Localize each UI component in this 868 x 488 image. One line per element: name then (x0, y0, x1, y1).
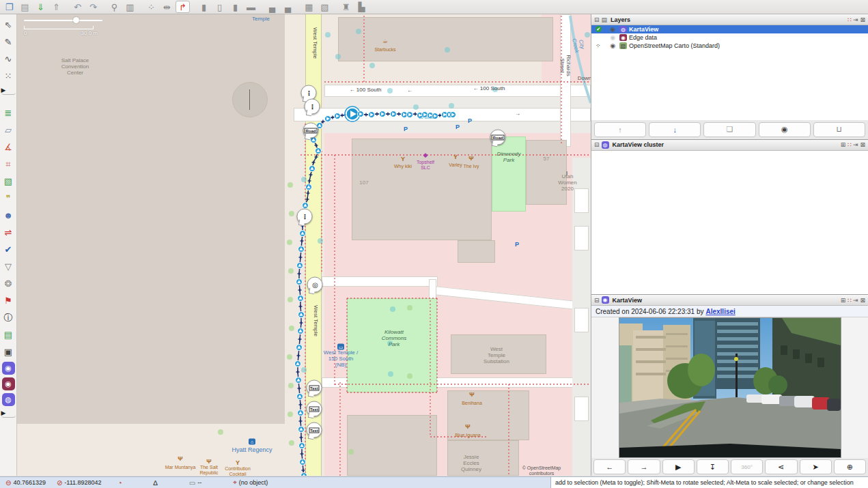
photo-download-button[interactable]: ↧ (697, 459, 729, 474)
draw-way-tool[interactable]: ∿ (1, 52, 16, 66)
kartaview-viewer-toggle[interactable]: ◉ (2, 362, 15, 375)
measurement-toggle[interactable]: ∡ (1, 140, 16, 154)
preferences-button[interactable]: ▥ (123, 1, 137, 13)
download-button[interactable]: ⇓ (33, 1, 48, 13)
changeset-toggle[interactable]: ▤ (1, 328, 16, 342)
improve-accuracy-tool[interactable]: ⁙ (1, 69, 16, 83)
layer-list-toggle[interactable]: ≣ (1, 106, 16, 120)
expand-tools-arrow[interactable]: ▶ (1, 86, 16, 95)
tags-toggle[interactable]: ▱ (1, 123, 16, 137)
search-button[interactable]: ⚲ (107, 1, 122, 13)
layer-row-osm-carto[interactable]: ⁘ ◉ ▧ OpenStreetMap Carto (Standard) (591, 42, 868, 50)
validator-toggle[interactable]: ✔ (1, 242, 16, 257)
preset-building-2[interactable]: ▯ (212, 1, 227, 13)
map-bubble-signal[interactable]: ⋮ (297, 209, 313, 225)
photo-author-link[interactable]: Alexllisei (705, 308, 735, 315)
photo-next-button[interactable]: → (628, 459, 660, 474)
layer-visibility-button[interactable]: ◉ (759, 122, 811, 137)
layer-merge-button[interactable]: ❏ (703, 122, 755, 137)
follow-line-button[interactable]: ↱ (176, 1, 190, 13)
heading-readout: ◔ (113, 477, 128, 488)
select-tool[interactable]: ⇖ (1, 18, 16, 32)
layer-delete-button[interactable]: ⊔ (813, 122, 865, 137)
map-bubble-text[interactable]: Text (307, 401, 322, 417)
styles-toggle[interactable]: ❂ (1, 276, 16, 291)
preset-building-3[interactable]: ▮ (228, 1, 242, 13)
map-label: West Temple (311, 27, 318, 59)
draw-nodes-tool[interactable]: ✎ (1, 35, 16, 49)
stick-icon[interactable]: ∷ (848, 141, 851, 148)
pin-icon[interactable]: ⇥ (853, 16, 858, 23)
layer-row-edge-data[interactable]: ◉ ◉ Edge data (591, 33, 868, 42)
longitude-icon: ⊘ (57, 479, 62, 487)
relations-toggle[interactable]: ⌗ (1, 157, 16, 171)
edge-viewer-toggle[interactable]: ◉ (2, 377, 15, 390)
visibility-eye-icon[interactable]: ◉ (610, 26, 615, 33)
poi-icon: Y (453, 154, 458, 160)
collapse-icon[interactable]: ⊟ (594, 297, 600, 304)
pin-toggle[interactable]: ⚑ (1, 293, 16, 308)
layer-up-button[interactable]: ↑ (594, 122, 646, 137)
photo-web-button[interactable]: ⊕ (834, 459, 866, 474)
combine-way-button[interactable]: ⇹ (160, 1, 174, 13)
map-label: ← 100 South (473, 85, 505, 91)
pin-icon[interactable]: ⇥ (853, 141, 858, 148)
photo-play-button[interactable]: ▶ (662, 459, 695, 474)
info-toggle[interactable]: ⓘ (1, 311, 16, 325)
dock-icon[interactable]: ⊞ (841, 141, 846, 148)
preset-bus[interactable]: ▄ (281, 1, 295, 13)
filter-toggle[interactable]: ▽ (1, 259, 16, 274)
notes-toggle[interactable]: ❞ (1, 191, 16, 205)
open-button[interactable]: ❐ (2, 1, 16, 13)
photo-360-button[interactable]: 360° (731, 459, 763, 474)
expand-more-arrow[interactable]: ▶ (1, 409, 16, 418)
preset-building-5[interactable]: ▦ (302, 1, 316, 13)
upload-button[interactable]: ⇑ (49, 1, 64, 13)
map-paint-toggle[interactable]: ▧ (1, 174, 16, 188)
map-bubble-signal[interactable]: ⋮ (305, 99, 320, 115)
collapse-icon[interactable]: ⊟ (594, 141, 600, 148)
split-way-button[interactable]: ⁘ (144, 1, 158, 13)
close-icon[interactable]: ⊠ (860, 297, 865, 304)
collapse-icon[interactable]: ⊟ (594, 16, 600, 23)
photo-locate-button[interactable]: ➤ (800, 459, 832, 474)
stick-icon[interactable]: ∷ (848, 16, 851, 23)
preset-building-4[interactable]: ▬ (244, 1, 258, 13)
redo-button[interactable]: ↷ (86, 1, 100, 13)
layers-panel-icon: ▤ (602, 16, 608, 23)
preset-building-6[interactable]: ▧ (318, 1, 332, 13)
angle-readout: ∆ (148, 477, 163, 488)
pin-icon[interactable]: ⇥ (853, 297, 858, 304)
photo-previous-button[interactable]: ← (593, 459, 626, 474)
parking-label: P (456, 124, 460, 130)
map-bubble-ring[interactable]: ◎ (307, 277, 323, 293)
map-bubble-text[interactable]: Road (490, 130, 506, 145)
preset-car[interactable]: ▄ (265, 1, 279, 13)
map-canvas[interactable]: 030.0 m Salt Palace Convention CenterWes… (17, 14, 591, 476)
preset-building-1[interactable]: ▮ (197, 1, 211, 13)
imagery-info-toggle[interactable]: ▣ (1, 345, 16, 359)
map-bubble-text[interactable]: Text (307, 380, 322, 396)
dock-icon[interactable]: ⊞ (841, 297, 846, 304)
kartaview-cluster-title: KartaView cluster (613, 141, 839, 148)
layer-row-kartaview[interactable]: ✔ ◉ ◍ KartaView (591, 25, 868, 33)
kartaview-photo[interactable] (619, 317, 841, 458)
conflicts-toggle[interactable]: ⇌ (1, 225, 16, 240)
layer-down-button[interactable]: ↓ (649, 122, 701, 137)
visibility-eye-icon[interactable]: ◉ (610, 42, 615, 49)
close-icon[interactable]: ⊠ (860, 16, 865, 23)
bus-stop-icon: ▭ (337, 344, 344, 350)
map-bubble-text[interactable]: Text (307, 422, 322, 438)
save-button[interactable]: ▤ (18, 1, 32, 13)
photo-share-button[interactable]: ⋖ (765, 459, 797, 474)
map-bubble-text[interactable]: Road (303, 123, 319, 139)
stick-icon[interactable]: ∷ (848, 297, 851, 304)
map-label: 90 South (419, 115, 435, 120)
visibility-eye-icon-hidden[interactable]: ◉ (610, 34, 615, 41)
preset-castle[interactable]: ♜ (339, 1, 353, 13)
close-icon[interactable]: ⊠ (860, 141, 865, 148)
kartaview-layer-toggle[interactable]: ◍ (2, 393, 15, 406)
undo-button[interactable]: ↶ (70, 1, 85, 13)
authors-toggle[interactable]: ☻ (1, 208, 16, 223)
preset-factory[interactable]: ▙ (354, 1, 369, 13)
